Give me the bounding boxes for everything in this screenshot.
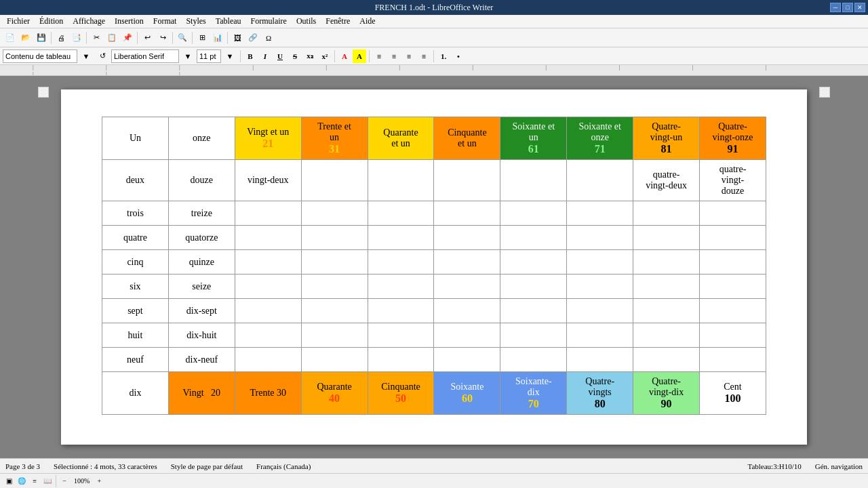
table-cell[interactable]: Trente 30 — [235, 372, 301, 415]
table-cell[interactable] — [368, 201, 434, 226]
italic-button[interactable]: I — [258, 49, 272, 63]
menu-formulaire[interactable]: Formulaire — [247, 16, 291, 27]
hyperlink-button[interactable]: 🔗 — [245, 30, 260, 45]
table-cell[interactable]: Soixante et un 61 — [500, 117, 567, 160]
table-cell[interactable]: douze — [168, 160, 235, 201]
pdf-button[interactable]: 📑 — [69, 30, 84, 45]
menu-outils[interactable]: Outils — [292, 16, 320, 27]
table-cell[interactable]: vingt-deux — [235, 160, 301, 201]
table-cell[interactable] — [301, 250, 368, 274]
table-cell[interactable]: deux — [102, 160, 169, 201]
table-cell[interactable] — [301, 274, 368, 299]
table-cell[interactable] — [567, 274, 633, 299]
menu-tableau[interactable]: Tableau — [212, 16, 245, 27]
table-cell[interactable] — [434, 160, 500, 201]
table-cell[interactable]: quatorze — [168, 226, 235, 250]
menu-insertion[interactable]: Insertion — [111, 16, 148, 27]
restore-button[interactable]: □ — [842, 3, 853, 12]
table-cell[interactable] — [633, 226, 700, 250]
table-cell[interactable] — [633, 250, 700, 274]
table-cell[interactable] — [700, 348, 766, 372]
undo-button[interactable]: ↩ — [140, 30, 155, 45]
table-cell[interactable] — [368, 348, 434, 372]
table-cell[interactable]: onze — [168, 117, 235, 160]
table-cell[interactable]: Cent 100 — [700, 372, 766, 415]
table-cell[interactable] — [633, 201, 700, 226]
table-cell[interactable] — [368, 250, 434, 274]
table-cell[interactable] — [567, 201, 633, 226]
table-cell[interactable] — [500, 201, 567, 226]
table-cell[interactable] — [368, 160, 434, 201]
justify-button[interactable]: ≡ — [417, 49, 431, 63]
table-cell[interactable]: Trente et un 31 — [301, 117, 368, 160]
table-cell[interactable] — [235, 274, 301, 299]
copy-button[interactable]: 📋 — [104, 30, 119, 45]
insert-image-button[interactable]: 🖼 — [230, 30, 245, 45]
table-cell[interactable]: Soixante- dix 70 — [500, 372, 567, 415]
numbered-list-button[interactable]: 1. — [437, 49, 450, 63]
close-button[interactable]: ✕ — [854, 3, 865, 12]
table-cell[interactable] — [301, 160, 368, 201]
table-cell[interactable] — [500, 250, 567, 274]
table-cell[interactable]: treize — [168, 201, 235, 226]
align-right-button[interactable]: ≡ — [402, 49, 416, 63]
underline-button[interactable]: U — [273, 49, 287, 63]
minimize-button[interactable]: ─ — [830, 3, 841, 12]
table-cell[interactable] — [500, 299, 567, 323]
style-update-button[interactable]: ↺ — [95, 49, 110, 64]
table-cell[interactable] — [500, 160, 567, 201]
table-cell[interactable]: neuf — [102, 348, 169, 372]
table-cell[interactable]: dix-huit — [168, 323, 235, 348]
table-cell[interactable]: Soixante 60 — [434, 372, 500, 415]
redo-button[interactable]: ↪ — [155, 30, 170, 45]
table-cell[interactable]: Vingt 20 — [168, 372, 235, 415]
style-arrow-icon[interactable]: ▼ — [79, 49, 94, 64]
table-cell[interactable] — [567, 250, 633, 274]
table-cell[interactable] — [633, 299, 700, 323]
font-arrow-icon[interactable]: ▼ — [180, 49, 195, 64]
superscript-button[interactable]: x² — [318, 49, 332, 63]
table-cell[interactable] — [235, 201, 301, 226]
open-button[interactable]: 📂 — [18, 30, 33, 45]
table-button[interactable]: ⊞ — [195, 30, 210, 45]
table-cell[interactable] — [700, 250, 766, 274]
menu-styles[interactable]: Styles — [182, 16, 210, 27]
table-cell[interactable]: Quatre- vingt-un 81 — [633, 117, 700, 160]
menu-aide[interactable]: Aide — [355, 16, 379, 27]
table-cell[interactable]: quatre- vingt-deux — [633, 160, 700, 201]
print-button[interactable]: 🖨 — [54, 30, 68, 45]
table-cell[interactable] — [434, 226, 500, 250]
bold-button[interactable]: B — [243, 49, 257, 63]
table-cell[interactable] — [235, 299, 301, 323]
table-cell[interactable] — [700, 226, 766, 250]
table-cell[interactable]: quatre- vingt- douze — [700, 160, 766, 201]
table-cell[interactable] — [567, 226, 633, 250]
table-cell[interactable] — [368, 323, 434, 348]
subscript-button[interactable]: x₂ — [303, 49, 317, 63]
table-cell[interactable] — [235, 323, 301, 348]
table-cell[interactable]: quatre — [102, 226, 169, 250]
table-cell[interactable] — [235, 250, 301, 274]
menu-format[interactable]: Format — [149, 16, 181, 27]
table-cell[interactable] — [500, 274, 567, 299]
table-cell[interactable]: dix-sept — [168, 299, 235, 323]
table-cell[interactable] — [434, 348, 500, 372]
table-cell[interactable] — [567, 323, 633, 348]
table-cell[interactable] — [700, 299, 766, 323]
align-left-button[interactable]: ≡ — [372, 49, 386, 63]
view-book-button[interactable]: 📖 — [41, 475, 54, 487]
table-cell[interactable] — [301, 323, 368, 348]
table-cell[interactable]: Un — [102, 117, 169, 160]
table-cell[interactable]: seize — [168, 274, 235, 299]
table-cell[interactable] — [700, 274, 766, 299]
table-cell[interactable] — [434, 201, 500, 226]
table-cell[interactable] — [301, 201, 368, 226]
table-cell[interactable]: dix-neuf — [168, 348, 235, 372]
table-cell[interactable]: sept — [102, 299, 169, 323]
table-cell[interactable]: Quarante 40 — [301, 372, 368, 415]
table-cell[interactable]: Soixante et onze 71 — [567, 117, 633, 160]
view-outline-button[interactable]: ≡ — [28, 475, 41, 487]
document-area[interactable]: Un onze Vingt et un 21 Trente et un 31 Q… — [0, 76, 868, 458]
table-cell[interactable] — [633, 348, 700, 372]
table-cell[interactable]: Cinquante et un — [434, 117, 500, 160]
